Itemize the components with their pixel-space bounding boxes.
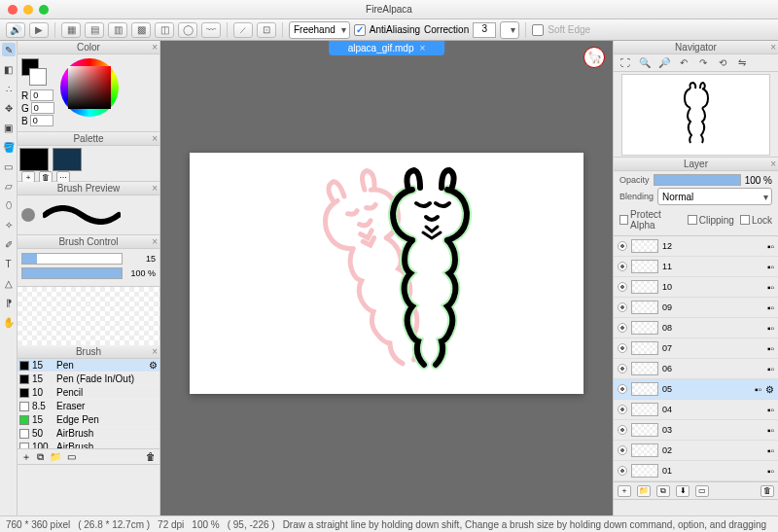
softedge-checkbox[interactable] [532,24,544,36]
brush-tool-icon[interactable]: ✎ [2,43,16,56]
layer-mask-icon[interactable]: ▪▫ [767,425,774,436]
visibility-icon[interactable] [618,262,627,271]
visibility-icon[interactable] [618,343,627,353]
close-icon[interactable]: × [152,236,158,247]
close-icon[interactable]: × [770,42,776,53]
close-icon[interactable]: × [770,159,776,169]
visibility-icon[interactable] [618,323,627,333]
visibility-icon[interactable] [618,425,627,435]
layer-row[interactable]: 11▪▫ [614,257,778,277]
layer-row[interactable]: 05▪▫⚙ [614,379,778,400]
size-slider[interactable] [21,253,123,265]
visibility-icon[interactable] [618,302,627,312]
canvas-area[interactable]: alpaca_gif.mdp × 🦙 [160,41,613,515]
close-window-button[interactable] [8,5,18,15]
pen-select-icon[interactable]: ✐ [2,237,16,251]
layer-mask-icon[interactable]: ▪▫ [767,405,774,415]
layer-mask-icon[interactable]: ▪▫ [755,384,761,395]
flip-icon[interactable]: ⇋ [734,56,750,70]
layer-row[interactable]: 01▪▫ [614,461,778,481]
color-wheel[interactable] [60,58,119,117]
curve-guide-icon[interactable]: 〰 [201,22,221,38]
antialiasing-checkbox[interactable]: ✓ [354,24,366,36]
canvas[interactable] [190,153,584,394]
circle-guide-icon[interactable]: ◯ [178,22,197,38]
play-icon[interactable]: ▶ [29,22,49,38]
visibility-icon[interactable] [618,384,627,394]
navigator-view[interactable] [621,74,770,156]
palette-swatch[interactable] [53,148,82,171]
rotate-ccw-icon[interactable]: ↶ [676,56,691,70]
correction-input[interactable]: 3 [473,22,496,38]
new-folder-icon[interactable]: 📁 [637,485,651,497]
close-icon[interactable]: × [152,133,158,144]
dup-layer-icon[interactable]: ⧉ [656,485,670,497]
wand-tool-icon[interactable]: ✧ [2,218,16,231]
minimize-window-button[interactable] [23,5,33,15]
dot-tool-icon[interactable]: ∴ [2,82,16,95]
bucket-tool-icon[interactable]: 🪣 [2,140,16,154]
bg-swatch[interactable] [29,68,47,86]
layer-mask-icon[interactable]: ▪▫ [767,323,774,334]
clipping-checkbox[interactable] [688,215,697,225]
r-input[interactable] [30,89,53,101]
gear-icon[interactable]: ⚙ [765,384,774,395]
zoom-in-icon[interactable]: 🔍 [637,56,653,70]
snap1-icon[interactable]: ⟋ [233,22,253,38]
reset-rot-icon[interactable]: ⟲ [715,56,730,70]
close-icon[interactable]: × [152,183,158,194]
visibility-icon[interactable] [618,466,627,476]
grid3-icon[interactable]: ▥ [108,22,127,38]
layer-row[interactable]: 07▪▫ [614,338,778,359]
hand-tool-icon[interactable]: ✋ [2,315,16,329]
visibility-icon[interactable] [618,405,627,414]
visibility-icon[interactable] [618,445,627,455]
brush-row[interactable]: 15Pen (Fade In/Out) [18,372,159,386]
visibility-icon[interactable] [618,364,627,373]
layer-mask-icon[interactable]: ▪▫ [767,445,774,456]
brush-row[interactable]: 8.5Eraser [18,400,159,413]
brush-row[interactable]: 100AirBrush [18,441,159,448]
new-layer-icon[interactable]: ＋ [618,485,631,497]
lock-checkbox[interactable] [740,215,750,225]
gear-icon[interactable]: ⚙ [149,360,158,371]
brush-row[interactable]: 10Pencil [18,386,159,400]
fill-tool-icon[interactable]: ▣ [2,121,16,134]
close-icon[interactable]: × [152,346,158,357]
opacity-slider[interactable] [21,267,123,279]
folder-brush-icon[interactable]: 📁 [50,451,61,462]
snap2-icon[interactable]: ⊡ [257,22,276,38]
zoom-window-button[interactable] [39,5,49,15]
layer-row[interactable]: 06▪▫ [614,359,778,379]
layer-mask-icon[interactable]: ▪▫ [767,241,774,252]
clear-layer-icon[interactable]: ▭ [695,485,709,497]
zoom-fit-icon[interactable]: ⛶ [618,56,633,70]
layer-row[interactable]: 10▪▫ [614,277,778,298]
layer-mask-icon[interactable]: ▪▫ [767,282,774,293]
sound-icon[interactable]: 🔊 [6,22,25,38]
brush-row[interactable]: 50AirBrush [18,427,159,441]
brush-row[interactable]: 15Edge Pen [18,413,159,427]
protect-alpha-checkbox[interactable] [619,215,628,225]
layer-mask-icon[interactable]: ▪▫ [767,302,774,313]
stroke-mode-select[interactable]: Freehand [289,21,350,39]
close-icon[interactable]: × [152,42,158,53]
layer-mask-icon[interactable]: ▪▫ [767,466,774,477]
layer-row[interactable]: 08▪▫ [614,318,778,338]
dup-brush-icon[interactable]: ⧉ [37,451,44,463]
layer-row[interactable]: 04▪▫ [614,400,778,420]
b-input[interactable] [30,115,53,126]
grid-icon[interactable]: ▦ [61,22,81,38]
brush-row[interactable]: 15Pen⚙ [18,359,159,372]
layer-mask-icon[interactable]: ▪▫ [767,343,774,354]
blending-select[interactable]: Normal [657,188,772,205]
g-input[interactable] [31,102,54,114]
grid2-icon[interactable]: ▤ [85,22,104,38]
grid4-icon[interactable]: ▩ [131,22,151,38]
eraser-tool-icon[interactable]: ◧ [2,62,16,76]
rotate-cw-icon[interactable]: ↷ [695,56,711,70]
add-brush-icon[interactable]: ＋ [21,450,31,464]
visibility-icon[interactable] [618,282,627,292]
correction-stepper[interactable] [500,21,519,39]
zoom-out-icon[interactable]: 🔎 [656,56,672,70]
